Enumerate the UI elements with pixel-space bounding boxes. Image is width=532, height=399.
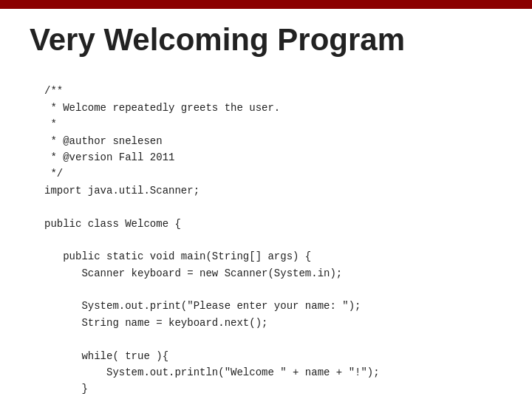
code-line: } bbox=[44, 381, 502, 397]
code-line: public static void main(String[] args) { bbox=[44, 248, 502, 265]
code-line bbox=[44, 199, 502, 215]
code-line: * @author snelesen bbox=[44, 133, 502, 149]
top-bar bbox=[0, 0, 532, 9]
code-line: * bbox=[44, 116, 502, 132]
code-line: public class Welcome { bbox=[44, 216, 502, 232]
code-block: /** * Welcome repeatedly greets the user… bbox=[0, 66, 532, 399]
code-line: * @version Fall 2011 bbox=[44, 149, 502, 166]
code-line bbox=[44, 282, 502, 298]
code-line: import java.util.Scanner; bbox=[44, 183, 502, 199]
code-line: /** bbox=[44, 83, 502, 99]
code-line: Scanner keyboard = new Scanner(System.in… bbox=[44, 265, 502, 282]
code-line bbox=[44, 232, 502, 248]
code-line: System.out.print("Please enter your name… bbox=[44, 298, 502, 314]
code-line: * Welcome repeatedly greets the user. bbox=[44, 100, 502, 116]
code-line: String name = keyboard.next(); bbox=[44, 315, 502, 331]
code-line: while( true ){ bbox=[44, 348, 502, 364]
code-line: */ bbox=[44, 166, 502, 182]
code-line: System.out.println("Welcome " + name + "… bbox=[44, 364, 502, 381]
page-title: Very Welcoming Program bbox=[0, 9, 532, 66]
code-line bbox=[44, 331, 502, 347]
